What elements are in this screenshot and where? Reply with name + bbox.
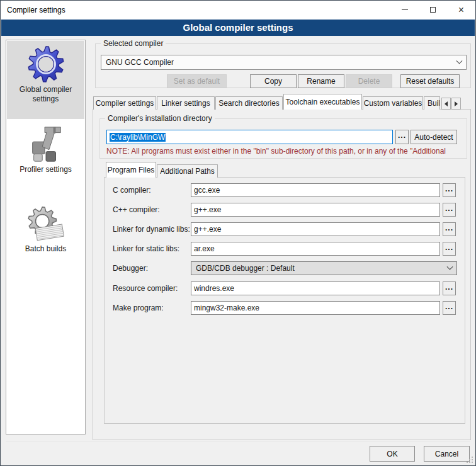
sidebar-item-label: Profiler settings	[7, 165, 84, 174]
tab-additional-paths[interactable]: Additional Paths	[157, 164, 218, 178]
arrow-left-icon	[445, 101, 448, 106]
installation-directory-input[interactable]: C:\raylib\MinGW	[106, 130, 393, 144]
cpp-compiler-label: C++ compiler:	[113, 205, 160, 214]
chevron-down-icon	[447, 263, 453, 270]
footer-divider	[6, 441, 470, 442]
linker-dynamic-browse-button[interactable]: ...	[443, 222, 456, 236]
resource-compiler-browse-button[interactable]: ...	[443, 281, 456, 295]
tab-search-directories[interactable]: Search directories	[215, 96, 283, 110]
linker-static-label: Linker for static libs:	[113, 244, 179, 253]
window-title: Compiler settings	[7, 1, 65, 20]
minimize-icon	[402, 9, 408, 10]
titlebar: Compiler settings ×	[1, 1, 475, 20]
cpp-compiler-input[interactable]: g++.exe	[191, 203, 440, 217]
close-button[interactable]: ×	[447, 1, 475, 19]
program-files-page: C compiler: gcc.exe ... C++ compiler: g+…	[104, 177, 465, 424]
c-compiler-browse-button[interactable]: ...	[443, 183, 456, 197]
maximize-icon	[430, 7, 436, 13]
paths-tabstrip: Program Files Additional Paths	[106, 162, 218, 178]
close-icon: ×	[458, 5, 464, 15]
linker-static-input[interactable]: ar.exe	[191, 242, 440, 256]
resize-grip[interactable]	[472, 462, 473, 463]
selected-compiler-group: Selected compiler GNU GCC Compiler Set a…	[95, 43, 471, 88]
c-compiler-label: C compiler:	[113, 186, 151, 195]
tab-scroll-right-button[interactable]	[451, 98, 461, 110]
c-compiler-input[interactable]: gcc.exe	[191, 183, 440, 197]
make-program-browse-button[interactable]: ...	[443, 301, 456, 315]
linker-static-browse-button[interactable]: ...	[443, 242, 456, 256]
tab-compiler-settings[interactable]: Compiler settings	[93, 96, 156, 110]
set-as-default-button: Set as default	[167, 74, 227, 88]
browse-directory-button[interactable]: ...	[395, 130, 409, 144]
copy-button[interactable]: Copy	[250, 74, 297, 88]
resource-compiler-input[interactable]: windres.exe	[191, 281, 440, 295]
tab-linker-settings[interactable]: Linker settings	[157, 96, 215, 110]
sidebar-item-label: Batch builds	[7, 244, 84, 254]
tab-scroll-left-button[interactable]	[441, 98, 451, 110]
sidebar-item-label: Global compiler settings	[7, 85, 84, 104]
toolchain-executables-page: Compiler's installation directory C:\ray…	[93, 109, 471, 440]
sidebar-item-batch-builds[interactable]: Batch builds	[7, 200, 84, 263]
auto-detect-button[interactable]: Auto-detect	[411, 130, 457, 144]
ok-button[interactable]: OK	[370, 446, 415, 462]
linker-dynamic-input[interactable]: g++.exe	[191, 222, 440, 236]
settings-sidebar: Global compiler settings Profiler settin…	[6, 40, 86, 435]
tab-build-options[interactable]: Build options	[424, 96, 440, 110]
sidebar-item-global-compiler-settings[interactable]: Global compiler settings	[7, 41, 84, 119]
compiler-select-value: GNU GCC Compiler	[106, 58, 174, 67]
arrow-right-icon	[455, 101, 458, 106]
debugger-label: Debugger:	[113, 264, 148, 273]
selected-compiler-group-label: Selected compiler	[101, 39, 166, 48]
tab-program-files[interactable]: Program Files	[106, 162, 156, 178]
sidebar-item-profiler-settings[interactable]: Profiler settings	[7, 121, 84, 184]
tab-toolchain-executables[interactable]: Toolchain executables	[283, 94, 362, 110]
maximize-button[interactable]	[419, 1, 447, 19]
installation-directory-value: C:\raylib\MinGW	[110, 133, 166, 142]
chevron-down-icon	[456, 57, 463, 64]
compiler-select[interactable]: GNU GCC Compiler	[101, 55, 467, 70]
rename-button[interactable]: Rename	[298, 74, 344, 88]
reset-defaults-button[interactable]: Reset defaults	[400, 74, 460, 88]
make-program-input[interactable]: mingw32-make.exe	[191, 301, 440, 315]
batch-builds-icon	[26, 204, 65, 243]
linker-dynamic-label: Linker for dynamic libs:	[113, 225, 190, 234]
installation-directory-group: Compiler's installation directory C:\ray…	[99, 118, 467, 159]
cpp-compiler-browse-button[interactable]: ...	[443, 203, 456, 217]
bin-subdirectory-note: NOTE: All programs must exist either in …	[106, 147, 463, 156]
cancel-button[interactable]: Cancel	[424, 446, 470, 462]
profiler-caliper-icon	[26, 125, 65, 164]
compiler-settings-window: Compiler settings × Global compiler sett…	[0, 0, 476, 466]
main-tabstrip: Compiler settings Linker settings Search…	[93, 94, 461, 110]
minimize-button[interactable]	[390, 1, 419, 19]
debugger-select-value: GDB/CDB debugger : Default	[196, 264, 295, 273]
page-title: Global compiler settings	[1, 20, 475, 36]
tab-custom-variables[interactable]: Custom variables	[363, 96, 423, 110]
delete-button: Delete	[346, 74, 392, 88]
resource-compiler-label: Resource compiler:	[113, 284, 178, 293]
installation-directory-label: Compiler's installation directory	[105, 114, 215, 123]
gear-blue-icon	[26, 45, 65, 84]
make-program-label: Make program:	[113, 304, 164, 312]
debugger-select[interactable]: GDB/CDB debugger : Default	[191, 261, 457, 275]
